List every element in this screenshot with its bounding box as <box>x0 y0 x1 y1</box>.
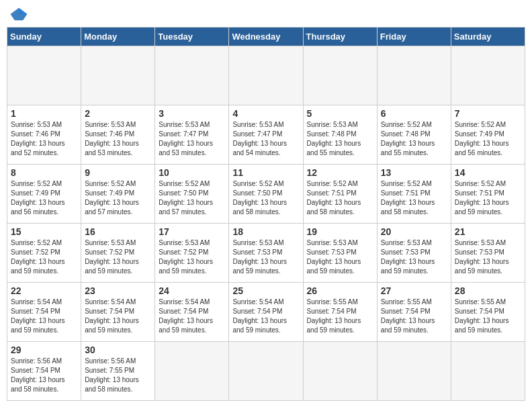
day-number: 29 <box>11 345 77 355</box>
day-number: 9 <box>85 167 151 178</box>
calendar-cell <box>229 342 303 401</box>
calendar-cell: 19Sunrise: 5:53 AMSunset: 7:53 PMDayligh… <box>303 224 377 283</box>
day-info: Sunrise: 5:54 AMSunset: 7:54 PMDaylight:… <box>232 298 299 335</box>
weekday-header-sunday: Sunday <box>7 28 81 46</box>
day-info: Sunrise: 5:53 AMSunset: 7:52 PMDaylight:… <box>159 238 225 276</box>
day-info: Sunrise: 5:52 AMSunset: 7:51 PMDaylight:… <box>381 179 447 217</box>
day-info: Sunrise: 5:52 AMSunset: 7:51 PMDaylight:… <box>455 179 521 217</box>
calendar-header-row: SundayMondayTuesdayWednesdayThursdayFrid… <box>7 28 525 46</box>
logo-icon <box>9 7 28 21</box>
calendar-cell <box>7 46 81 105</box>
day-number: 27 <box>381 285 447 296</box>
day-number: 22 <box>11 285 77 296</box>
day-number: 5 <box>307 108 373 119</box>
week-row-1: 1Sunrise: 5:53 AMSunset: 7:46 PMDaylight… <box>7 105 525 165</box>
day-info: Sunrise: 5:53 AMSunset: 7:48 PMDaylight:… <box>307 120 373 158</box>
day-info: Sunrise: 5:55 AMSunset: 7:54 PMDaylight:… <box>455 298 521 335</box>
calendar-cell: 8Sunrise: 5:52 AMSunset: 7:49 PMDaylight… <box>7 165 81 224</box>
day-info: Sunrise: 5:53 AMSunset: 7:53 PMDaylight:… <box>232 238 299 276</box>
calendar-cell: 4Sunrise: 5:53 AMSunset: 7:47 PMDaylight… <box>229 105 303 165</box>
weekday-header-wednesday: Wednesday <box>229 28 303 46</box>
calendar-cell <box>451 46 525 105</box>
day-info: Sunrise: 5:55 AMSunset: 7:54 PMDaylight:… <box>307 298 373 335</box>
calendar-cell: 10Sunrise: 5:52 AMSunset: 7:50 PMDayligh… <box>155 165 229 224</box>
day-number: 26 <box>307 285 373 296</box>
day-number: 25 <box>232 285 299 296</box>
day-number: 1 <box>11 108 77 119</box>
calendar-cell: 7Sunrise: 5:52 AMSunset: 7:49 PMDaylight… <box>451 105 525 165</box>
day-number: 10 <box>159 167 225 178</box>
day-info: Sunrise: 5:52 AMSunset: 7:48 PMDaylight:… <box>381 120 447 158</box>
calendar-cell <box>377 342 451 401</box>
calendar-cell: 21Sunrise: 5:53 AMSunset: 7:53 PMDayligh… <box>451 224 525 283</box>
day-info: Sunrise: 5:52 AMSunset: 7:49 PMDaylight:… <box>85 179 151 217</box>
day-info: Sunrise: 5:55 AMSunset: 7:54 PMDaylight:… <box>381 298 447 335</box>
day-info: Sunrise: 5:53 AMSunset: 7:47 PMDaylight:… <box>232 120 299 158</box>
calendar-cell: 20Sunrise: 5:53 AMSunset: 7:53 PMDayligh… <box>377 224 451 283</box>
calendar-cell: 9Sunrise: 5:52 AMSunset: 7:49 PMDaylight… <box>81 165 155 224</box>
weekday-header-saturday: Saturday <box>451 28 525 46</box>
day-number: 24 <box>159 285 225 296</box>
calendar-cell: 6Sunrise: 5:52 AMSunset: 7:48 PMDaylight… <box>377 105 451 165</box>
calendar-cell: 25Sunrise: 5:54 AMSunset: 7:54 PMDayligh… <box>229 283 303 342</box>
day-info: Sunrise: 5:52 AMSunset: 7:49 PMDaylight:… <box>11 179 77 217</box>
day-info: Sunrise: 5:53 AMSunset: 7:47 PMDaylight:… <box>159 120 225 158</box>
calendar-cell <box>229 46 303 105</box>
calendar-cell: 15Sunrise: 5:52 AMSunset: 7:52 PMDayligh… <box>7 224 81 283</box>
calendar-cell: 18Sunrise: 5:53 AMSunset: 7:53 PMDayligh… <box>229 224 303 283</box>
calendar-cell: 26Sunrise: 5:55 AMSunset: 7:54 PMDayligh… <box>303 283 377 342</box>
day-number: 6 <box>381 108 447 119</box>
day-info: Sunrise: 5:54 AMSunset: 7:54 PMDaylight:… <box>11 298 77 335</box>
calendar-cell: 11Sunrise: 5:52 AMSunset: 7:50 PMDayligh… <box>229 165 303 224</box>
weekday-header-thursday: Thursday <box>303 28 377 46</box>
weekday-header-monday: Monday <box>81 28 155 46</box>
day-info: Sunrise: 5:52 AMSunset: 7:51 PMDaylight:… <box>307 179 373 217</box>
calendar-cell: 22Sunrise: 5:54 AMSunset: 7:54 PMDayligh… <box>7 283 81 342</box>
day-info: Sunrise: 5:54 AMSunset: 7:54 PMDaylight:… <box>159 298 225 335</box>
day-info: Sunrise: 5:52 AMSunset: 7:50 PMDaylight:… <box>232 179 299 217</box>
day-info: Sunrise: 5:53 AMSunset: 7:46 PMDaylight:… <box>11 120 77 158</box>
calendar-cell: 24Sunrise: 5:54 AMSunset: 7:54 PMDayligh… <box>155 283 229 342</box>
week-row-2: 8Sunrise: 5:52 AMSunset: 7:49 PMDaylight… <box>7 165 525 224</box>
day-number: 30 <box>85 345 151 355</box>
day-number: 13 <box>381 167 447 178</box>
week-row-5: 29Sunrise: 5:56 AMSunset: 7:54 PMDayligh… <box>7 342 525 401</box>
day-number: 2 <box>85 108 151 119</box>
day-number: 8 <box>11 167 77 178</box>
day-info: Sunrise: 5:54 AMSunset: 7:54 PMDaylight:… <box>85 298 151 335</box>
day-number: 21 <box>455 226 521 237</box>
calendar-cell <box>303 342 377 401</box>
calendar-cell <box>81 46 155 105</box>
week-row-4: 22Sunrise: 5:54 AMSunset: 7:54 PMDayligh… <box>7 283 525 342</box>
page-header <box>7 7 525 21</box>
day-info: Sunrise: 5:53 AMSunset: 7:53 PMDaylight:… <box>307 238 373 276</box>
week-row-3: 15Sunrise: 5:52 AMSunset: 7:52 PMDayligh… <box>7 224 525 283</box>
calendar-cell: 29Sunrise: 5:56 AMSunset: 7:54 PMDayligh… <box>7 342 81 401</box>
day-number: 16 <box>85 226 151 237</box>
calendar-cell <box>155 342 229 401</box>
day-number: 23 <box>85 285 151 296</box>
day-number: 15 <box>11 226 77 237</box>
calendar-cell: 1Sunrise: 5:53 AMSunset: 7:46 PMDaylight… <box>7 105 81 165</box>
weekday-header-friday: Friday <box>377 28 451 46</box>
day-info: Sunrise: 5:53 AMSunset: 7:46 PMDaylight:… <box>85 120 151 158</box>
calendar-cell: 12Sunrise: 5:52 AMSunset: 7:51 PMDayligh… <box>303 165 377 224</box>
day-number: 3 <box>159 108 225 119</box>
calendar-cell: 28Sunrise: 5:55 AMSunset: 7:54 PMDayligh… <box>451 283 525 342</box>
day-info: Sunrise: 5:56 AMSunset: 7:54 PMDaylight:… <box>11 357 77 394</box>
day-number: 4 <box>232 108 299 119</box>
logo <box>9 7 31 21</box>
day-number: 14 <box>455 167 521 178</box>
day-info: Sunrise: 5:52 AMSunset: 7:49 PMDaylight:… <box>455 120 521 158</box>
day-number: 17 <box>159 226 225 237</box>
calendar-cell: 27Sunrise: 5:55 AMSunset: 7:54 PMDayligh… <box>377 283 451 342</box>
calendar-cell: 16Sunrise: 5:53 AMSunset: 7:52 PMDayligh… <box>81 224 155 283</box>
day-number: 12 <box>307 167 373 178</box>
day-info: Sunrise: 5:52 AMSunset: 7:52 PMDaylight:… <box>11 238 77 276</box>
calendar-cell: 30Sunrise: 5:56 AMSunset: 7:55 PMDayligh… <box>81 342 155 401</box>
day-info: Sunrise: 5:53 AMSunset: 7:52 PMDaylight:… <box>85 238 151 276</box>
calendar-cell: 2Sunrise: 5:53 AMSunset: 7:46 PMDaylight… <box>81 105 155 165</box>
calendar-cell: 5Sunrise: 5:53 AMSunset: 7:48 PMDaylight… <box>303 105 377 165</box>
calendar-cell: 14Sunrise: 5:52 AMSunset: 7:51 PMDayligh… <box>451 165 525 224</box>
day-number: 20 <box>381 226 447 237</box>
